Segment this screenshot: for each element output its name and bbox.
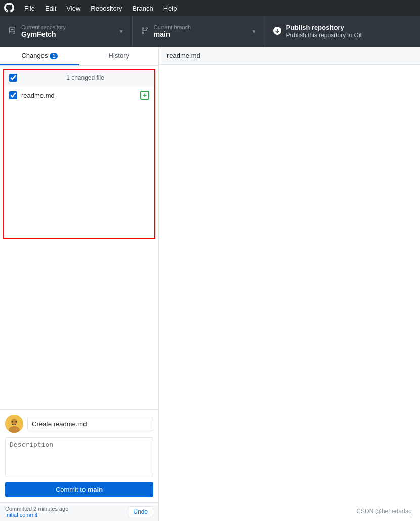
changes-badge: 1 [50, 53, 58, 59]
menu-repository[interactable]: Repository [87, 3, 126, 14]
branch-name: main [154, 30, 171, 38]
commit-area: Commit to main [0, 409, 158, 502]
select-all-checkbox[interactable] [9, 74, 17, 82]
tabs: Changes1 History [0, 47, 158, 66]
repo-chevron-icon: ▼ [119, 29, 124, 34]
publish-text: Publish repository Publish this reposito… [286, 24, 412, 39]
current-branch-section[interactable]: Current branch main ▼ [133, 16, 265, 47]
watermark: CSDN @hehedadaq [356, 508, 412, 515]
undo-button[interactable]: Undo [128, 506, 153, 517]
menu-help[interactable]: Help [159, 3, 181, 14]
commit-title-input[interactable] [27, 417, 153, 431]
file-path-bar: readme.md [159, 47, 420, 65]
menu-view[interactable]: View [62, 3, 85, 14]
commit-header [5, 415, 153, 433]
changed-files-row: 1 changed file [4, 70, 154, 86]
svg-point-4 [16, 421, 17, 423]
branch-icon [141, 27, 149, 36]
repo-name: GymFetch [21, 30, 56, 38]
diff-file-path: readme.md [167, 52, 200, 59]
svg-point-3 [12, 421, 13, 423]
file-checkbox[interactable] [9, 91, 17, 99]
filename: readme.md [21, 92, 136, 99]
diff-area [159, 65, 420, 521]
repo-icon [8, 27, 16, 36]
tab-changes[interactable]: Changes1 [0, 47, 79, 65]
menu-edit[interactable]: Edit [41, 3, 60, 14]
file-added-icon: + [140, 91, 149, 100]
left-panel: Changes1 History 1 changed file readme.m… [0, 47, 159, 521]
github-logo [4, 3, 14, 14]
toolbar: Current repository GymFetch ▼ Current br… [0, 16, 420, 47]
branch-text: Current branch main [154, 24, 246, 38]
file-list-area: 1 changed file readme.md + [3, 69, 155, 239]
tab-history[interactable]: History [79, 47, 159, 65]
publish-subtitle: Publish this repository to Git [286, 32, 362, 39]
branch-label: Current branch [154, 24, 246, 30]
commit-description-input[interactable] [5, 437, 153, 477]
last-commit-link[interactable]: Initial commit [5, 512, 37, 518]
menu-branch[interactable]: Branch [128, 3, 157, 14]
repo-text: Current repository GymFetch [21, 24, 114, 38]
changed-files-count: 1 changed file [21, 74, 149, 81]
avatar [5, 415, 23, 433]
commit-button[interactable]: Commit to main [5, 482, 153, 497]
file-row[interactable]: readme.md + [4, 86, 154, 104]
last-commit-bar: Committed 2 minutes ago Initial commit U… [0, 502, 158, 521]
publish-icon [273, 27, 281, 36]
menu-file[interactable]: File [20, 3, 39, 14]
publish-title: Publish repository [286, 24, 412, 31]
spacer [0, 242, 158, 410]
repo-label: Current repository [21, 24, 114, 30]
right-panel: readme.md [159, 47, 420, 521]
branch-chevron-icon: ▼ [251, 29, 257, 34]
current-repo-section[interactable]: Current repository GymFetch ▼ [0, 16, 133, 47]
publish-section[interactable]: Publish repository Publish this reposito… [265, 16, 421, 47]
main-layout: Changes1 History 1 changed file readme.m… [0, 47, 420, 521]
menu-bar: File Edit View Repository Branch Help [0, 0, 420, 16]
last-commit-text: Committed 2 minutes ago Initial commit [5, 506, 68, 518]
